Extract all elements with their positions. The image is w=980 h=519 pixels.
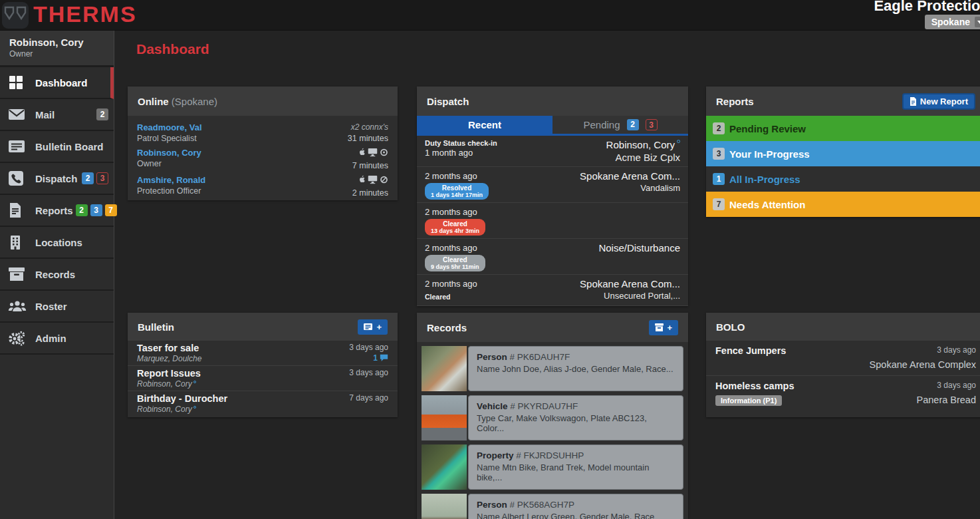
- reports-orange-badge: 7: [105, 204, 117, 216]
- bulletin-post[interactable]: Taser for sale Marquez, Doulche 3 days a…: [128, 341, 398, 366]
- record-number: # PKYRDAU7HF: [510, 401, 578, 411]
- dispatch-entry-category: Unsecured Portal,...: [580, 291, 680, 301]
- record-type: Person: [477, 500, 507, 510]
- apple-icon: [357, 175, 366, 184]
- reports-card: Reports New Report 2 Pending Review 3 Yo…: [706, 86, 980, 217]
- dispatch-entry-category: Noise/Disturbance: [598, 242, 680, 254]
- dispatch-entry-location: Acme Biz Cplx: [606, 152, 680, 163]
- online-user-link[interactable]: Readmoore, Val: [137, 122, 202, 132]
- dispatch-card-title: Dispatch: [427, 96, 469, 107]
- record-details: Name Mtn Bike, Brand Trek, Model mountai…: [477, 462, 675, 482]
- record-item[interactable]: Person # PK6DAUH7F Name John Doe, Alias …: [422, 346, 683, 391]
- dispatch-entry-time: 2 months ago: [425, 171, 489, 181]
- status-badge-resolved: Resolved 1 days 14hr 17min: [425, 183, 489, 200]
- bulletin-post[interactable]: Report Issues Robinson, Cory 3 days ago: [128, 366, 398, 391]
- phone-icon: [8, 170, 27, 187]
- record-details: Name John Doe, Alias J-doe, Gender Male,…: [477, 364, 675, 374]
- reports-row-pending-review[interactable]: 2 Pending Review: [706, 116, 980, 141]
- sidebar-item-label: Mail: [35, 109, 94, 120]
- bolo-item[interactable]: Homeless camps Information (P1) 3 days a…: [706, 376, 980, 411]
- dispatch-entry[interactable]: 2 months ago Cleared 9 days 5hr 11min No…: [417, 239, 688, 275]
- bulletin-post-title: Birthday - Durocher: [137, 393, 227, 404]
- online-user-link[interactable]: Robinson, Cory: [137, 148, 201, 158]
- sidebar-item-locations[interactable]: Locations: [0, 227, 114, 259]
- online-indicator-dot: [677, 140, 680, 143]
- add-bulletin-button[interactable]: +: [358, 319, 388, 335]
- sidebar-user-role: Owner: [9, 49, 104, 59]
- desktop-icon: [368, 148, 378, 157]
- chevron-down-icon: [975, 17, 980, 27]
- dispatch-entry-time: 2 months ago: [425, 279, 477, 289]
- sidebar-item-bulletin-board[interactable]: Bulletin Board: [0, 131, 114, 163]
- online-last-seen: 7 minutes: [352, 161, 388, 170]
- sidebar-item-reports[interactable]: Reports 2 3 7: [0, 195, 114, 227]
- apple-icon: [357, 148, 366, 157]
- reports-green-badge: 2: [76, 204, 88, 216]
- page-title: Dashboard: [136, 41, 209, 57]
- online-indicator-dot: [193, 381, 196, 383]
- bolo-item[interactable]: Fence Jumpers 3 days ago Spokane Arena C…: [706, 341, 980, 376]
- dispatch-card-header: Dispatch: [417, 86, 688, 116]
- location-selector[interactable]: Spokane: [925, 15, 980, 29]
- dispatch-entry[interactable]: 2 months ago Resolved 1 days 14hr 17min …: [417, 167, 688, 203]
- building-icon: [8, 234, 27, 251]
- sidebar-item-label: Records: [35, 269, 108, 280]
- bulletin-post-time: 7 days ago: [349, 393, 388, 403]
- sidebar-item-roster[interactable]: Roster: [0, 291, 114, 323]
- dispatch-entry-time: 2 months ago: [425, 243, 485, 253]
- sidebar: Robinson, Cory Owner Dashboard Mail 2 Bu…: [0, 31, 114, 519]
- record-item[interactable]: Vehicle # PKYRDAU7HF Type Car, Make Volk…: [422, 395, 683, 440]
- reports-row-all-in-progress[interactable]: 1 All In-Progress: [706, 166, 980, 192]
- bulletin-card: Bulletin + Taser for sale Marquez, Doulc…: [128, 313, 398, 417]
- new-report-button[interactable]: New Report: [902, 93, 975, 110]
- reports-card-title: Reports: [716, 96, 754, 107]
- record-photo-vehicle: [422, 395, 467, 440]
- dashboard-grid-icon: [8, 74, 27, 91]
- record-summary: Person # PK568AGH7P Name Albert Leroy Gr…: [468, 494, 683, 519]
- sidebar-item-dashboard[interactable]: Dashboard: [0, 67, 114, 99]
- comment-bubble-icon: [380, 354, 388, 362]
- dispatch-card: Dispatch Recent Pending 2 3 Duty Status …: [417, 86, 688, 306]
- tab-pending[interactable]: Pending 2 3: [552, 116, 688, 134]
- priority-badge: Information (P1): [715, 395, 782, 406]
- reports-row-your-in-progress[interactable]: 3 Your In-Progress: [706, 141, 980, 166]
- sidebar-item-records[interactable]: Records: [0, 259, 114, 291]
- records-card: Records + Person # PK6DAUH7F Name John D…: [417, 313, 688, 519]
- bulletin-post-author: Robinson, Cory: [137, 379, 201, 389]
- dispatch-entry[interactable]: Duty Status check-in 1 month ago Robinso…: [417, 136, 688, 167]
- sidebar-user-block[interactable]: Robinson, Cory Owner: [0, 31, 114, 67]
- dispatch-entry-type: Duty Status check-in: [425, 139, 497, 147]
- pending-open-badge: 2: [627, 119, 639, 130]
- location-off-icon: [380, 175, 388, 184]
- sidebar-user-name: Robinson, Cory: [9, 37, 104, 48]
- top-bar: THERMS Eagle Protection Spokane: [0, 0, 980, 31]
- record-item[interactable]: Property # FKJRDSUHHP Name Mtn Bike, Bra…: [422, 444, 683, 490]
- sidebar-item-dispatch[interactable]: Dispatch 2 3: [0, 163, 114, 195]
- bulletin-card-header: Bulletin +: [128, 313, 398, 341]
- dispatch-entry[interactable]: 2 months ago Cleared Spokane Arena Com..…: [417, 275, 688, 306]
- record-summary: Person # PK6DAUH7F Name John Doe, Alias …: [468, 346, 683, 391]
- bulletin-comment-count[interactable]: 1: [349, 353, 388, 363]
- bulletin-post[interactable]: Birthday - Durocher Robinson, Cory 7 day…: [128, 391, 398, 417]
- brand-logotype: THERMS: [33, 1, 137, 27]
- reports-blue-badge: 3: [90, 204, 102, 216]
- record-type: Person: [477, 352, 507, 362]
- reports-row-needs-attention[interactable]: 7 Needs Attention: [706, 192, 980, 217]
- bolo-item-location: Spokane Arena Complex: [870, 359, 976, 370]
- record-item[interactable]: Person # PK568AGH7P Name Albert Leroy Gr…: [422, 494, 683, 519]
- archive-box-icon: [8, 265, 27, 283]
- count-badge: 1: [713, 173, 725, 185]
- sidebar-item-label: Dashboard: [35, 77, 105, 88]
- record-details: Type Car, Make Volkswagon, Plate ABC123,…: [477, 413, 675, 433]
- desktop-icon: [368, 175, 378, 184]
- records-card-header: Records +: [417, 313, 688, 342]
- tab-recent[interactable]: Recent: [417, 116, 552, 134]
- records-card-title: Records: [427, 322, 467, 333]
- sidebar-item-admin[interactable]: Admin: [0, 323, 114, 355]
- device-icons: [357, 148, 388, 157]
- online-user-link[interactable]: Amshire, Ronald: [137, 175, 205, 185]
- sidebar-item-mail[interactable]: Mail 2: [0, 99, 114, 131]
- bulletin-card-title: Bulletin: [138, 321, 174, 333]
- add-record-button[interactable]: +: [649, 320, 678, 335]
- dispatch-entry[interactable]: 2 months ago Cleared 13 days 4hr 3min: [417, 203, 688, 239]
